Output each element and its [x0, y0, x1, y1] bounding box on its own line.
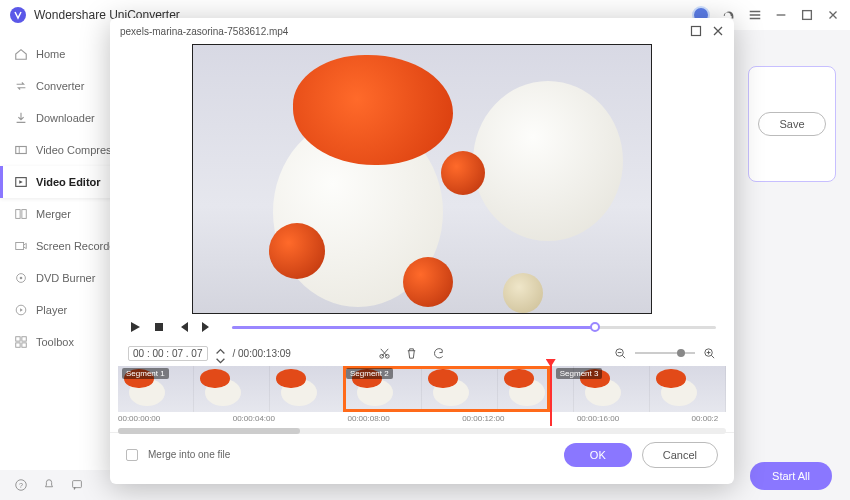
recorder-icon	[14, 239, 28, 253]
sidebar-item-label: Player	[36, 304, 67, 316]
timeline-thumb[interactable]	[270, 366, 346, 412]
bell-icon[interactable]	[42, 478, 56, 492]
svg-rect-17	[155, 323, 163, 331]
svg-rect-4	[22, 210, 26, 219]
cancel-button[interactable]: Cancel	[642, 442, 718, 468]
timeline-thumb[interactable]	[194, 366, 270, 412]
time-ruler: 00:00:00:00 00:00:04:00 00:00:08:00 00:0…	[118, 414, 726, 428]
svg-rect-15	[73, 481, 82, 488]
close-icon[interactable]	[826, 8, 840, 22]
sidebar-item-label: Downloader	[36, 112, 95, 124]
converter-icon	[14, 79, 28, 93]
svg-point-7	[20, 277, 23, 280]
compress-icon	[14, 143, 28, 157]
merger-icon	[14, 207, 28, 221]
timeline[interactable]: Segment 1 Segment 2 Segment 3 00:00:00:0…	[110, 366, 734, 432]
sidebar-item-label: Toolbox	[36, 336, 74, 348]
segment-label: Segment 1	[122, 368, 169, 379]
cut-icon[interactable]	[378, 347, 391, 360]
app-logo	[10, 7, 26, 23]
redo-icon[interactable]	[432, 347, 445, 360]
timeline-thumb[interactable]	[650, 366, 726, 412]
sidebar-item-label: DVD Burner	[36, 272, 95, 284]
download-icon	[14, 111, 28, 125]
zoom-slider[interactable]	[635, 352, 695, 354]
dvd-icon	[14, 271, 28, 285]
save-panel: Save	[748, 66, 836, 182]
trim-dialog: pexels-marina-zasorina-7583612.mp4 00 : …	[110, 18, 734, 484]
duration-label: / 00:00:13:09	[233, 348, 291, 359]
stop-icon[interactable]	[152, 320, 166, 334]
zoom-in-icon[interactable]	[703, 347, 716, 360]
segment-label: Segment 2	[346, 368, 393, 379]
sidebar-item-label: Converter	[36, 80, 84, 92]
sidebar-item-label: Home	[36, 48, 65, 60]
svg-rect-16	[692, 27, 701, 36]
sidebar-item-label: Screen Recorder	[36, 240, 119, 252]
merge-label: Merge into one file	[148, 449, 230, 460]
minimize-icon[interactable]	[774, 8, 788, 22]
svg-rect-1	[16, 147, 27, 154]
start-all-button[interactable]: Start All	[750, 462, 832, 490]
zoom-out-icon[interactable]	[614, 347, 627, 360]
ok-button[interactable]: OK	[564, 443, 632, 467]
delete-icon[interactable]	[405, 347, 418, 360]
toolbox-icon	[14, 335, 28, 349]
timecode-stepper-icon[interactable]	[214, 347, 227, 360]
segment-label: Segment 3	[556, 368, 603, 379]
editor-icon	[14, 175, 28, 189]
sidebar-item-label: Video Editor	[36, 176, 101, 188]
svg-rect-9	[16, 337, 20, 341]
svg-rect-3	[16, 210, 20, 219]
video-preview[interactable]	[192, 44, 652, 314]
player-icon	[14, 303, 28, 317]
feedback-icon[interactable]	[70, 478, 84, 492]
save-button[interactable]: Save	[758, 112, 825, 136]
sidebar-item-label: Merger	[36, 208, 71, 220]
playhead[interactable]	[550, 362, 552, 426]
svg-rect-5	[16, 243, 24, 250]
statusbar: ?	[0, 470, 98, 500]
timeline-thumb[interactable]	[422, 366, 498, 412]
svg-rect-10	[22, 337, 26, 341]
timecode-input[interactable]: 00 : 00 : 07 . 07	[128, 346, 208, 361]
dialog-filename: pexels-marina-zasorina-7583612.mp4	[120, 26, 288, 37]
svg-rect-11	[16, 343, 20, 347]
progress-slider[interactable]	[232, 326, 716, 329]
dialog-maximize-icon[interactable]	[690, 25, 702, 37]
maximize-icon[interactable]	[800, 8, 814, 22]
menu-icon[interactable]	[748, 8, 762, 22]
prev-frame-icon[interactable]	[176, 320, 190, 334]
dialog-close-icon[interactable]	[712, 25, 724, 37]
svg-rect-0	[803, 11, 812, 20]
home-icon	[14, 47, 28, 61]
merge-checkbox[interactable]	[126, 449, 138, 461]
next-frame-icon[interactable]	[200, 320, 214, 334]
svg-text:?: ?	[19, 482, 23, 489]
help-icon[interactable]: ?	[14, 478, 28, 492]
timeline-scrollbar[interactable]	[118, 428, 726, 434]
svg-rect-12	[22, 343, 26, 347]
play-icon[interactable]	[128, 320, 142, 334]
